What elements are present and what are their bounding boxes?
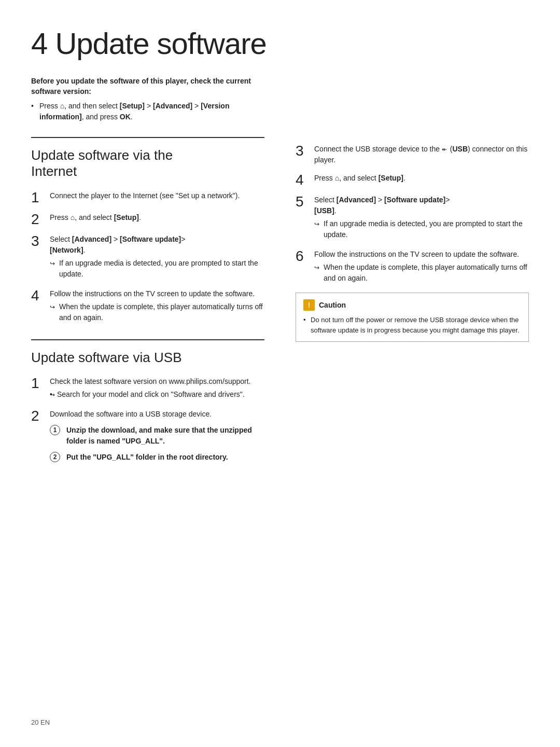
bracket-softwareupdate-right: [Software update] [384,196,445,204]
usb-steps-list: 1 Check the latest software version on w… [31,376,264,468]
usb-step-2-content: Download the software into a USB storage… [50,409,264,468]
bracket-setup-2: [Setup] [114,213,139,222]
internet-divider [31,137,264,138]
usb-divider [31,339,264,340]
usb-step-2: 2 Download the software into a USB stora… [31,409,264,468]
usb-step-2-circled: 1 Unzip the download, and make sure that… [50,425,264,463]
right-column: 3 Connect the USB storage device to the … [296,76,529,475]
page-title: 4 Update software [31,26,529,61]
right-step-6-sub-1: When the update is complete, this player… [314,262,529,284]
right-step-3-content: Connect the USB storage device to the ↞ … [314,144,529,165]
internet-step-1: 1 Connect the player to the Internet (se… [31,190,264,205]
caution-list: Do not turn off the power or remove the … [303,315,521,335]
circled-step-1: 1 Unzip the download, and make sure that… [50,425,264,447]
internet-step-3-sub-1: If an upgrade media is detected, you are… [50,258,264,280]
step-num-4: 4 [31,288,44,303]
right-step-num-3: 3 [296,144,308,158]
bracket-advanced: [Advanced] [153,102,192,110]
right-step-num-5: 5 [296,195,308,209]
caution-item-1: Do not turn off the power or remove the … [303,315,521,335]
prereq-section: Before you update the software of this p… [31,76,264,122]
home-icon: ⌂ [60,101,64,112]
usb-section-title: Update software via USB [31,350,264,366]
caution-icon: ! [303,299,315,311]
internet-step-2: 2 Press ⌂, and select [Setup]. [31,212,264,227]
bracket-softwareupdate-3: [Software update] [120,235,181,243]
prereq-list: Press ⌂, and then select [Setup] > [Adva… [31,101,264,122]
bracket-advanced-right: [Advanced] [337,196,376,204]
usb-step-1-bullet: •Search for your model and click on "Sof… [50,389,264,400]
bracket-usb-right: [USB] [314,206,334,215]
step-num-1: 1 [31,190,44,205]
prereq-step: Press ⌂, and then select [Setup] > [Adva… [31,101,264,122]
internet-step-4: 4 Follow the instructions on the TV scre… [31,288,264,325]
usb-connector-icon: ↞ [442,145,447,154]
internet-step-4-sub-1: When the update is complete, this player… [50,301,264,323]
left-column: Before you update the software of this p… [31,76,264,475]
caution-header: ! Caution [303,299,521,311]
bracket-advanced-3: [Advanced] [72,235,111,243]
right-step-5-sublist: If an upgrade media is detected, you are… [314,218,529,240]
usb-step-1-content: Check the latest software version on www… [50,376,264,402]
internet-section-title: Update software via theInternet [31,147,264,179]
circled-num-2: 2 [50,452,60,462]
right-step-num-6: 6 [296,249,308,264]
right-step-5: 5 Select [Advanced] > [Software update]>… [296,195,529,242]
right-step-5-sub-1: If an upgrade media is detected, you are… [314,218,529,240]
bracket-setup-right: [Setup] [379,174,403,182]
home-icon-2: ⌂ [71,212,75,223]
prereq-title: Before you update the software of this p… [31,76,264,96]
circled-step-2-text: Put the "UPG_ALL" folder in the root dir… [66,452,264,463]
right-step-4: 4 Press ⌂, and select [Setup]. [296,173,529,187]
step-num-3: 3 [31,234,44,248]
right-step-3: 3 Connect the USB storage device to the … [296,144,529,165]
bracket-setup: [Setup] [120,102,145,110]
right-step-6-sublist: When the update is complete, this player… [314,262,529,284]
right-step-6-content: Follow the instructions on the TV screen… [314,249,529,285]
home-icon-right: ⌂ [335,173,339,184]
title-text: Update software [55,26,266,60]
usb-label: USB [453,145,468,153]
caution-title: Caution [319,301,346,309]
internet-step-1-content: Connect the player to the Internet (see … [50,190,264,201]
chapter-number: 4 [31,26,47,60]
right-steps-list: 3 Connect the USB storage device to the … [296,144,529,285]
right-step-4-content: Press ⌂, and select [Setup]. [314,173,529,184]
step-num-2: 2 [31,212,44,227]
usb-step-1-sublist: •Search for your model and click on "Sof… [50,389,264,400]
internet-step-4-sublist: When the update is complete, this player… [50,301,264,323]
internet-step-3-content: Select [Advanced] > [Software update]>[N… [50,234,264,281]
internet-step-3: 3 Select [Advanced] > [Software update]>… [31,234,264,281]
internet-step-4-content: Follow the instructions on the TV screen… [50,288,264,325]
usb-step-num-1: 1 [31,376,44,391]
page-footer: 20 EN [31,718,50,726]
internet-step-2-content: Press ⌂, and select [Setup]. [50,212,264,223]
ok-label: OK [120,113,131,121]
circled-step-2: 2 Put the "UPG_ALL" folder in the root d… [50,452,264,463]
right-step-num-4: 4 [296,173,308,187]
usb-step-1: 1 Check the latest software version on w… [31,376,264,402]
right-step-5-content: Select [Advanced] > [Software update]>[U… [314,195,529,242]
internet-step-3-sublist: If an upgrade media is detected, you are… [50,258,264,280]
circled-step-1-text: Unzip the download, and make sure that t… [66,425,264,447]
caution-box: ! Caution Do not turn off the power or r… [296,293,529,342]
circled-num-1: 1 [50,425,60,435]
internet-steps-list: 1 Connect the player to the Internet (se… [31,190,264,325]
right-step-6: 6 Follow the instructions on the TV scre… [296,249,529,285]
usb-step-num-2: 2 [31,409,44,423]
bracket-network-3: [Network] [50,246,83,254]
